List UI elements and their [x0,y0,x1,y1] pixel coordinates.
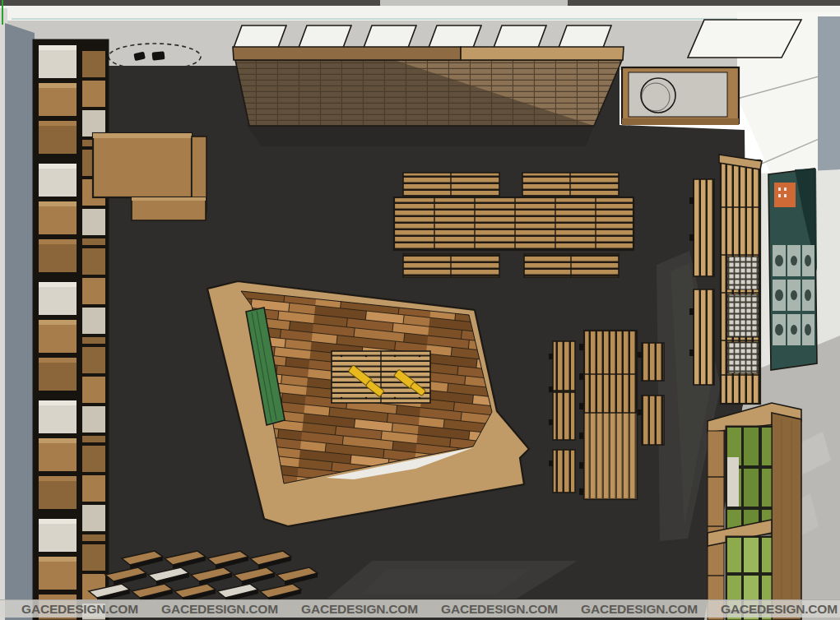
render-canvas: GACEDESIGN.COM GACEDESIGN.COM GACEDESIGN… [0,0,840,620]
watermark-text: GACEDESIGN.COM [21,602,138,616]
left-wall-cubby-shelf [33,39,109,620]
poster-grid [773,245,814,345]
basket-bin [727,257,759,289]
interior-render: GACEDESIGN.COM GACEDESIGN.COM GACEDESIGN… [0,0,840,620]
watermark-text: GACEDESIGN.COM [581,602,698,616]
platform-display-table [332,351,430,403]
watermark-text: GACEDESIGN.COM [441,602,558,616]
basket-bin [727,342,759,373]
basket-bin [727,294,759,337]
watermark-text: GACEDESIGN.COM [301,602,418,616]
slatted-wood-canopy [233,47,624,146]
green-locker-shelf [708,403,801,620]
watermark-text: GACEDESIGN.COM [161,602,278,616]
service-box-with-round-fixture [622,67,739,125]
watermark-text: GACEDESIGN.COM [721,602,838,616]
low-display-tables [89,551,318,602]
left-wall [0,0,35,620]
wall-poster [768,169,817,370]
axis-line [2,0,3,25]
watermark-bar: GACEDESIGN.COM GACEDESIGN.COM GACEDESIGN… [0,599,840,618]
